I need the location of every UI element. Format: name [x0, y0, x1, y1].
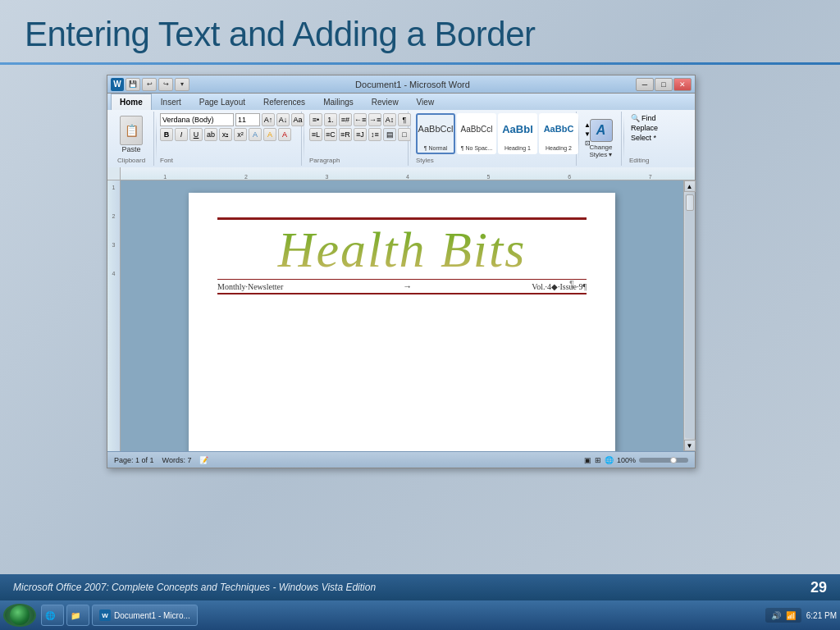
time-display[interactable]: 6:21 PM [806, 611, 837, 620]
taskbar-document-item[interactable]: W Document1 - Micro... [92, 605, 198, 626]
normal-label: ¶ Normal [419, 145, 452, 151]
change-styles-btn[interactable]: A ChangeStyles ▾ [585, 118, 618, 159]
view-full-btn[interactable]: ⊞ [595, 456, 601, 464]
document-page[interactable]: Health Bits ¶ Monthly·Newsletter → Vol.·… [189, 193, 615, 451]
style-item-normal[interactable]: AaBbCcl ¶ Normal [416, 113, 455, 154]
zoom-thumb [670, 457, 677, 463]
numbering-btn[interactable]: 1. [324, 113, 337, 126]
track-changes-icon: 📝 [199, 456, 208, 464]
borders-btn[interactable]: □ [398, 128, 411, 141]
styles-group: AaBbCcl ¶ Normal AaBbCcl ¶ No Spac... Aa… [413, 112, 577, 166]
zoom-slider[interactable] [639, 458, 688, 463]
no-spacing-preview: AaBbCcl [460, 116, 493, 141]
save-qa-btn[interactable]: 💾 [126, 78, 140, 91]
underline-button[interactable]: U [189, 128, 203, 141]
word-window-container: W 💾 ↩ ↪ ▾ Document1 - Microsoft Word ─ □… [107, 75, 697, 468]
style-item-heading2[interactable]: AaBbC Heading 2 [539, 113, 578, 154]
tab-review[interactable]: Review [363, 94, 408, 110]
separator-4 [578, 116, 579, 161]
view-normal-btn[interactable]: ▣ [584, 456, 591, 464]
bottom-bar-text: Microsoft Office 2007: Complete Concepts… [13, 582, 376, 593]
multilevel-btn[interactable]: ≡# [339, 113, 352, 126]
align-center-btn[interactable]: ≡C [324, 128, 337, 141]
slide-title: Entering Text and Adding a Border [0, 0, 840, 62]
clipboard-group: 📋 Paste Clipboard [109, 112, 154, 166]
heading1-preview: AaBbl [501, 116, 534, 141]
taskbar-right: 🔊 📶 6:21 PM [765, 608, 837, 623]
newsletter-top-border [217, 217, 587, 220]
ribbon-content: 📋 Paste Clipboard Verdana (Body) 11 A↑ A… [107, 110, 695, 167]
heading2-label: Heading 2 [542, 145, 575, 151]
font-color-btn[interactable]: A [278, 128, 291, 141]
tray-volume-icon: 📶 [785, 609, 797, 621]
taskbar-quick-launch-ie[interactable]: 🌐 [41, 605, 64, 626]
tab-insert[interactable]: Insert [152, 94, 190, 110]
normal-preview: AaBbCcl [419, 116, 452, 141]
highlight-btn[interactable]: A [263, 128, 276, 141]
find-btn[interactable]: 🔍 Find [629, 113, 658, 123]
page-info: Page: 1 of 1 [114, 456, 154, 464]
start-orb [10, 605, 30, 625]
taskbar-items: 🌐 📁 W Document1 - Micro... [41, 605, 765, 626]
newsletter-footer-left: Monthly·Newsletter [217, 282, 283, 291]
bullets-btn[interactable]: ≡• [309, 113, 322, 126]
taskbar-quick-launch-folder[interactable]: 📁 [66, 605, 89, 626]
tab-page-layout[interactable]: Page Layout [190, 94, 254, 110]
close-button[interactable]: ✕ [673, 78, 692, 91]
align-right-btn[interactable]: ≡R [339, 128, 352, 141]
clear-format-btn[interactable]: Aa [291, 113, 304, 126]
maximize-button[interactable]: □ [655, 78, 673, 91]
v-ruler-4: 4 [112, 271, 116, 276]
bold-button[interactable]: B [160, 128, 173, 141]
italic-button[interactable]: I [175, 128, 188, 141]
view-web-btn[interactable]: 🌐 [605, 456, 614, 464]
paste-button[interactable]: 📋 Paste [120, 116, 143, 153]
decrease-indent-btn[interactable]: ←≡ [354, 113, 367, 126]
font-grow-btn[interactable]: A↑ [262, 113, 275, 126]
font-shrink-btn[interactable]: A↓ [276, 113, 290, 126]
text-effects-btn[interactable]: A [249, 128, 262, 141]
scroll-up-btn[interactable]: ▲ [684, 180, 696, 192]
superscript-btn[interactable]: x² [234, 128, 247, 141]
style-item-heading1[interactable]: AaBbl Heading 1 [498, 113, 537, 154]
zoom-level: 100% [617, 456, 636, 464]
word-window: W 💾 ↩ ↪ ▾ Document1 - Microsoft Word ─ □… [107, 75, 696, 468]
align-left-btn[interactable]: ≡L [309, 128, 322, 141]
title-bar: W 💾 ↩ ↪ ▾ Document1 - Microsoft Word ─ □… [107, 75, 695, 94]
replace-btn[interactable]: Replace [629, 123, 672, 133]
redo-qa-btn[interactable]: ↪ [158, 78, 173, 91]
sort-btn[interactable]: A↕ [383, 113, 396, 126]
horizontal-ruler: 1 2 3 4 5 6 7 [121, 167, 695, 180]
minimize-button[interactable]: ─ [636, 78, 654, 91]
taskbar-document-label: Document1 - Micro... [114, 611, 190, 620]
tab-home[interactable]: Home [111, 94, 152, 110]
font-name-box[interactable]: Verdana (Body) [160, 113, 234, 126]
justify-btn[interactable]: ≡J [354, 128, 367, 141]
ruler-mark-4: 4 [406, 174, 409, 180]
style-item-no-spacing[interactable]: AaBbCcl ¶ No Spac... [457, 113, 496, 154]
ruler-mark-1: 1 [163, 174, 167, 180]
increase-indent-btn[interactable]: →≡ [368, 113, 381, 126]
font-size-box[interactable]: 11 [235, 113, 260, 126]
scroll-down-btn[interactable]: ▼ [684, 440, 696, 451]
line-spacing-btn[interactable]: ↕≡ [368, 128, 381, 141]
show-hide-btn[interactable]: ¶ [398, 113, 411, 126]
tab-references[interactable]: References [254, 94, 314, 110]
shading-btn[interactable]: ▤ [383, 128, 396, 141]
taskbar-word-icon: W [99, 609, 111, 621]
strikethrough-btn[interactable]: ab [204, 128, 217, 141]
customize-qa-btn[interactable]: ▾ [175, 78, 189, 91]
title-bar-left: W 💾 ↩ ↪ ▾ [111, 78, 189, 91]
change-styles-icon: A [590, 119, 613, 142]
ribbon-group-content-clipboard: 📋 Paste [120, 113, 143, 155]
tab-mailings[interactable]: Mailings [314, 94, 363, 110]
scroll-thumb[interactable] [686, 194, 694, 211]
undo-qa-btn[interactable]: ↩ [142, 78, 157, 91]
select-btn[interactable]: Select * [629, 133, 672, 143]
tab-view[interactable]: View [408, 94, 444, 110]
start-button[interactable] [3, 604, 36, 627]
font-label: Font [160, 155, 173, 164]
editing-label: Editing [629, 155, 649, 164]
doc-area: 1 2 3 4 Health Bits ¶ Monthly·Newsletter [107, 180, 695, 451]
subscript-btn[interactable]: x₂ [219, 128, 232, 141]
